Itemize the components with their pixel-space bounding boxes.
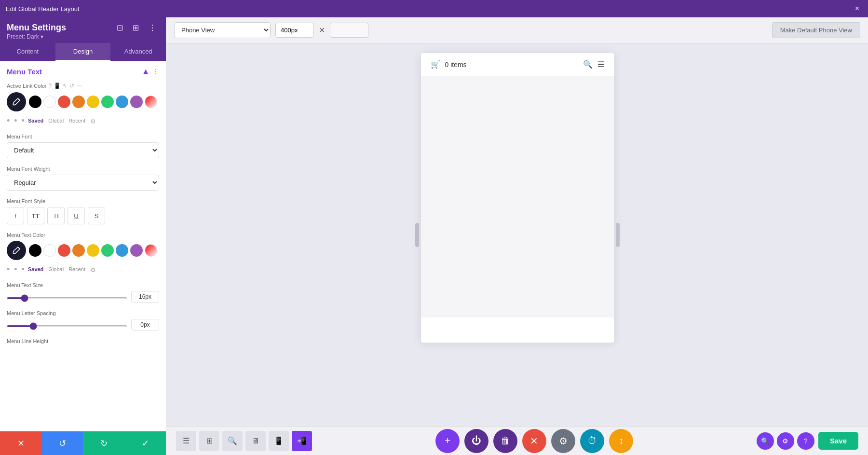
left-panel: Menu Settings ⊡ ⊞ ⋮ Preset: Dark ▾ Conte… (0, 17, 166, 455)
phone-icon[interactable]: 📱 (54, 83, 61, 89)
add-btn[interactable]: + (435, 429, 460, 453)
phone-content (421, 76, 614, 317)
toolbar-list-btn[interactable]: ☰ (176, 431, 196, 451)
menu-letter-spacing-slider-row: 0px (7, 319, 159, 331)
swatch-yellow-2[interactable] (87, 244, 99, 257)
trash-btn[interactable]: 🗑 (493, 429, 517, 453)
tab-design[interactable]: Design (55, 43, 111, 61)
swatch-green-2[interactable] (101, 244, 114, 257)
toolbar-desktop-btn[interactable]: 🖥 (245, 431, 266, 451)
toolbar-grid-btn[interactable]: ⊞ (199, 431, 219, 451)
collapse-icon[interactable]: ▲ (142, 67, 149, 76)
resize-handle-right[interactable] (616, 223, 620, 247)
canvas-scroll[interactable]: 🛒 0 items 🔍 ☰ (166, 43, 868, 426)
swatch-white-2[interactable] (43, 244, 56, 257)
underline-btn[interactable]: U (68, 207, 85, 224)
save-button[interactable]: Save (818, 432, 858, 450)
hamburger-btn[interactable]: ☰ (597, 60, 604, 69)
expand-dots[interactable]: • • • (7, 116, 26, 126)
toolbar-tablet-btn[interactable]: 📱 (269, 431, 289, 451)
toolbar-search-btn[interactable]: 🔍 (222, 431, 243, 451)
swatch-yellow[interactable] (87, 96, 99, 108)
settings-help-btn[interactable]: ⚙ (777, 432, 794, 450)
swatch-orange-2[interactable] (72, 244, 85, 257)
redo-button[interactable]: ↻ (83, 431, 124, 455)
tab-content[interactable]: Content (0, 43, 55, 61)
cart-text: 0 items (445, 61, 467, 69)
swatch-blue[interactable] (116, 96, 128, 108)
color-settings-icon[interactable]: ⚙ (90, 118, 96, 125)
close-button[interactable]: × (852, 3, 862, 14)
menu-font-weight-select[interactable]: Regular (7, 175, 159, 191)
menu-text-size-label: Menu Text Size (7, 282, 159, 288)
swatch-purple-2[interactable] (130, 244, 143, 257)
viewport-width-input[interactable] (275, 23, 314, 38)
swatch-white[interactable] (43, 96, 56, 108)
letter-spacing-slider[interactable] (7, 325, 127, 327)
color-settings-icon-2[interactable]: ⚙ (90, 266, 96, 274)
panel-icon-square[interactable]: ⊡ (114, 22, 126, 33)
resize-handle-left[interactable] (415, 223, 419, 247)
tab-saved[interactable]: Saved (28, 118, 43, 125)
swatch-red[interactable] (58, 96, 70, 108)
apply-button[interactable]: ✓ (124, 431, 166, 455)
sort-btn[interactable]: ↕ (609, 429, 633, 453)
power-btn[interactable]: ⏻ (464, 429, 488, 453)
color-picker-btn-text[interactable] (7, 241, 26, 260)
menu-font-select[interactable]: Default (7, 142, 159, 158)
strikethrough-btn[interactable]: S (88, 207, 105, 224)
swatch-purple[interactable] (130, 96, 143, 108)
swatch-black-2[interactable] (29, 244, 41, 257)
tab-global-2[interactable]: Global (48, 266, 64, 274)
section-menu-icon[interactable]: ⋮ (152, 68, 159, 75)
search-help-btn[interactable]: 🔍 (757, 432, 774, 450)
make-default-btn[interactable]: Make Default Phone View (772, 22, 860, 38)
tab-recent-2[interactable]: Recent (68, 266, 85, 274)
text-size-slider[interactable] (7, 297, 127, 299)
toolbar-right: 🔍 ⚙ ? Save (757, 432, 858, 450)
undo-icon[interactable]: ↺ (69, 83, 74, 89)
italic-btn[interactable]: I (7, 207, 24, 224)
tab-saved-2[interactable]: Saved (28, 266, 43, 274)
viewport-extra-input[interactable] (330, 23, 368, 38)
toolbar-phone-btn[interactable]: 📲 (292, 431, 312, 451)
dots-icon[interactable]: ⋯ (76, 83, 82, 89)
help-btn[interactable]: ? (797, 432, 814, 450)
cursor-icon[interactable]: ↖ (63, 83, 68, 89)
viewport-select[interactable]: Phone View (174, 22, 271, 38)
tab-advanced[interactable]: Advanced (110, 43, 166, 61)
expand-dots-2[interactable]: • • • (7, 264, 26, 275)
search-icon-btn[interactable]: 🔍 (583, 60, 593, 69)
close-circle-btn[interactable]: ✕ (522, 429, 546, 453)
text-size-value[interactable]: 16px (131, 291, 159, 303)
swatch-red-2[interactable] (58, 244, 70, 257)
letter-spacing-slider-wrapper (7, 320, 127, 329)
viewport-bar: Phone View ✕ Make Default Phone View (166, 17, 868, 43)
color-tabs: Saved Global Recent ⚙ (28, 118, 96, 125)
panel-icon-columns[interactable]: ⊞ (130, 22, 142, 33)
clock-btn[interactable]: ⏱ (580, 429, 604, 453)
active-link-color-field: Active Link Color ? 📱 ↖ ↺ ⋯ (7, 83, 159, 126)
swatch-orange[interactable] (72, 96, 85, 108)
color-picker-btn-active[interactable] (7, 92, 26, 111)
swatch-blue-2[interactable] (116, 244, 128, 257)
swatch-green[interactable] (101, 96, 114, 108)
tab-global[interactable]: Global (48, 118, 64, 125)
letter-spacing-value[interactable]: 0px (131, 319, 159, 331)
panel-preset[interactable]: Preset: Dark ▾ (7, 33, 159, 40)
swatch-none[interactable] (145, 96, 157, 108)
swatch-none-2[interactable] (145, 244, 157, 257)
top-bar-actions: × (852, 3, 862, 14)
tab-recent[interactable]: Recent (68, 118, 85, 125)
uppercase-btn[interactable]: TT (27, 207, 44, 224)
help-icon[interactable]: ? (49, 83, 52, 89)
panel-title: Menu Settings (7, 23, 66, 33)
capitalize-btn[interactable]: Tt (47, 207, 65, 224)
undo-button[interactable]: ↺ (41, 431, 83, 455)
panel-menu-btn[interactable]: ⋮ (146, 22, 159, 33)
menu-letter-spacing-label: Menu Letter Spacing (7, 310, 159, 316)
swatch-black[interactable] (29, 96, 41, 108)
viewport-close-btn[interactable]: ✕ (319, 26, 325, 35)
cancel-button[interactable]: ✕ (0, 431, 41, 455)
settings-circle-btn[interactable]: ⚙ (551, 429, 575, 453)
